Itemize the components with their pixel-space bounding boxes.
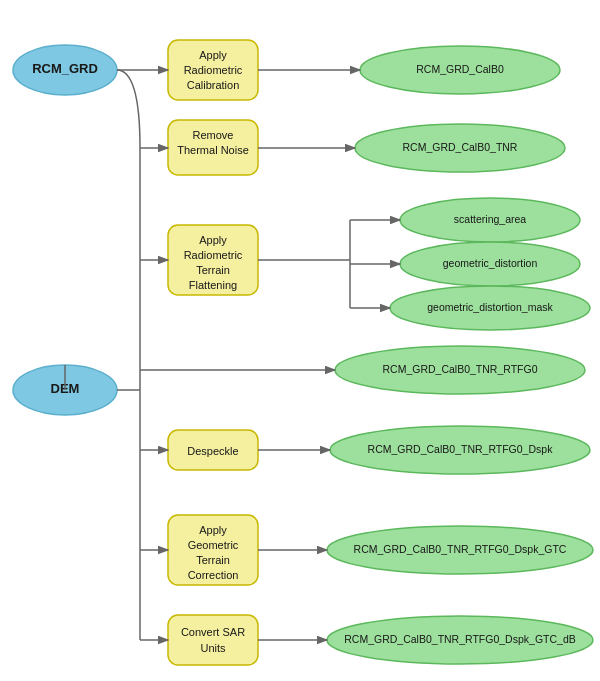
apply-geo-terrain-node: Apply Geometric Terrain Correction: [168, 515, 258, 585]
svg-text:Radiometric: Radiometric: [184, 64, 243, 76]
apply-radio-cal-node: Apply Radiometric Calibration: [168, 40, 258, 100]
out-scattering-label: scattering_area: [454, 213, 527, 225]
rcm-grd-label: RCM_GRD: [32, 61, 98, 76]
svg-rect-22: [168, 615, 258, 665]
out-geo-dist-mask-node: geometric_distortion_mask: [390, 286, 590, 330]
out-geo-dist-node: geometric_distortion: [400, 242, 580, 286]
conn-rcmgrd-tnr-v: [117, 70, 140, 148]
svg-text:Apply: Apply: [199, 524, 227, 536]
rcm-grd-node: RCM_GRD: [13, 45, 117, 95]
out-db-node: RCM_GRD_CalB0_TNR_RTFG0_Dspk_GTC_dB: [327, 616, 593, 664]
out-dspk-node: RCM_GRD_CalB0_TNR_RTFG0_Dspk: [330, 426, 590, 474]
out-geo-dist-label: geometric_distortion: [443, 257, 538, 269]
svg-text:Apply: Apply: [199, 49, 227, 61]
out-rtfg0-node: RCM_GRD_CalB0_TNR_RTFG0: [335, 346, 585, 394]
despeckle-node: Despeckle: [168, 430, 258, 470]
svg-text:Radiometric: Radiometric: [184, 249, 243, 261]
out-gtc-node: RCM_GRD_CalB0_TNR_RTFG0_Dspk_GTC: [327, 526, 593, 574]
out-calb0-tnr-node: RCM_GRD_CalB0_TNR: [355, 124, 565, 172]
out-dspk-label: RCM_GRD_CalB0_TNR_RTFG0_Dspk: [368, 443, 554, 455]
out-geo-dist-mask-label: geometric_distortion_mask: [427, 301, 553, 313]
svg-text:Apply: Apply: [199, 234, 227, 246]
svg-text:Terrain: Terrain: [196, 264, 230, 276]
out-calb0-tnr-label: RCM_GRD_CalB0_TNR: [403, 141, 518, 153]
svg-text:Calibration: Calibration: [187, 79, 240, 91]
svg-text:Remove: Remove: [193, 129, 234, 141]
apply-radio-terrain-node: Apply Radiometric Terrain Flattening: [168, 225, 258, 295]
out-rtfg0-label: RCM_GRD_CalB0_TNR_RTFG0: [382, 363, 537, 375]
svg-text:Convert SAR: Convert SAR: [181, 626, 245, 638]
convert-sar-node: Convert SAR Units: [168, 615, 258, 665]
svg-text:Correction: Correction: [188, 569, 239, 581]
svg-text:Terrain: Terrain: [196, 554, 230, 566]
out-calb0-node: RCM_GRD_CalB0: [360, 46, 560, 94]
out-calb0-label: RCM_GRD_CalB0: [416, 63, 504, 75]
svg-text:Units: Units: [200, 642, 226, 654]
svg-text:Thermal Noise: Thermal Noise: [177, 144, 249, 156]
svg-text:Geometric: Geometric: [188, 539, 239, 551]
svg-text:Flattening: Flattening: [189, 279, 237, 291]
remove-thermal-node: Remove Thermal Noise: [168, 120, 258, 175]
out-scattering-node: scattering_area: [400, 198, 580, 242]
svg-text:Despeckle: Despeckle: [187, 445, 238, 457]
out-gtc-label: RCM_GRD_CalB0_TNR_RTFG0_Dspk_GTC: [354, 543, 567, 555]
out-db-label: RCM_GRD_CalB0_TNR_RTFG0_Dspk_GTC_dB: [344, 633, 575, 645]
